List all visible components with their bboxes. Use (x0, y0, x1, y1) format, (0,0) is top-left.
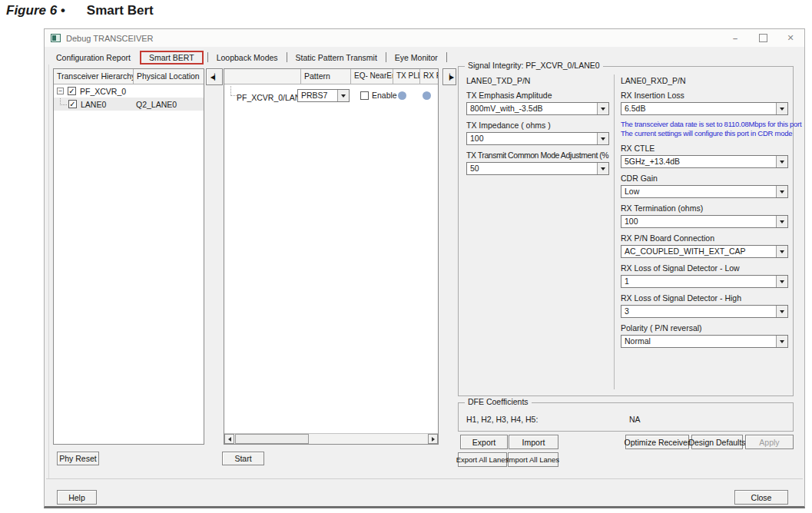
tree-row-root[interactable]: PF_XCVR_0 (54, 84, 204, 98)
chevron-down-icon (776, 336, 787, 347)
tx-impedance-select[interactable]: 100 (466, 132, 609, 145)
root-checkbox[interactable] (68, 87, 76, 95)
dropdown-value: Low (621, 186, 776, 197)
tab-loopback-modes[interactable]: Loopback Modes (210, 51, 285, 65)
phy-reset-button[interactable]: Phy Reset (57, 452, 99, 465)
rx-settings-column: LANE0_RXD_P/N RX Insertion Loss 6.5dB Th… (621, 74, 788, 348)
cdr-gain-select[interactable]: Low (621, 185, 788, 198)
dropdown-value: 100 (621, 216, 776, 227)
tree-collapse-icon[interactable] (57, 88, 64, 94)
rx-los-low-select[interactable]: 1 (621, 275, 788, 288)
dropdown-value: 50 (467, 163, 597, 174)
horizontal-scrollbar[interactable] (224, 433, 438, 444)
rx-insertion-loss-select[interactable]: 6.5dB (621, 102, 788, 115)
window-title: Debug TRANSCEIVER (66, 34, 154, 43)
tab-separator (446, 52, 447, 62)
column-header-pattern: Pattern (301, 69, 351, 84)
cdr-gain-label: CDR Gain (621, 174, 788, 183)
optimize-receiver-button[interactable]: Optimize Receiver (625, 435, 689, 449)
chevron-down-icon (776, 276, 787, 287)
column-header-rx-pll: RX PLL (420, 69, 438, 84)
import-button[interactable]: Import (509, 435, 558, 449)
tab-separator (287, 52, 287, 62)
minimize-button[interactable] (721, 29, 749, 47)
eq-enable-control[interactable]: Enable (360, 91, 397, 100)
tab-configuration-report[interactable]: Configuration Report (49, 51, 138, 65)
signal-integrity-title: Signal Integrity: PF_XCVR_0/LANE0 (465, 61, 603, 70)
design-defaults-button[interactable]: Design Defaults (691, 435, 743, 449)
expand-panel-button[interactable] (442, 68, 456, 85)
figure-number: Figure 6 • (6, 3, 65, 18)
tree-connector (60, 98, 67, 105)
figure-title: Smart Bert (87, 3, 154, 18)
chevron-down-icon (776, 306, 787, 317)
figure-caption: Figure 6 •Smart Bert (6, 3, 154, 18)
dropdown-value: Normal (621, 336, 776, 347)
tab-strip: Configuration Report Smart BERT Loopback… (49, 48, 449, 66)
chevron-down-icon (776, 103, 787, 114)
tab-separator (207, 52, 208, 62)
chevron-down-icon (597, 163, 608, 174)
tree-connector (230, 86, 237, 96)
help-button[interactable]: Help (57, 490, 97, 505)
chevron-down-icon (597, 133, 608, 144)
tx-emphasis-label: TX Emphasis Amplitude (466, 91, 609, 100)
tx-emphasis-amplitude-select[interactable]: 800mV_with_-3.5dB (466, 102, 609, 115)
maximize-button[interactable] (749, 29, 777, 47)
eq-enable-checkbox[interactable] (360, 91, 369, 100)
column-header-physical-location: Physical Location (134, 69, 204, 84)
tab-smart-bert[interactable]: Smart BERT (147, 51, 197, 64)
scrollbar-thumb[interactable] (235, 434, 309, 444)
transceiver-hierarchy-panel: Transceiver Hierarchy Physical Location … (53, 68, 204, 445)
dropdown-value: 1 (621, 276, 776, 287)
pattern-select[interactable]: PRBS7 (297, 89, 350, 102)
close-window-button[interactable] (777, 29, 804, 47)
bottom-separator (46, 478, 803, 479)
dropdown-value: 800mV_with_-3.5dB (467, 103, 597, 114)
dropdown-value: AC_COUPLED_WITH_EXT_CAP (621, 246, 776, 257)
column-header-eq-nearend: EQ- NearEnd (351, 69, 393, 84)
start-button[interactable]: Start (222, 452, 264, 465)
tx-common-mode-select[interactable]: 50 (466, 162, 609, 175)
rx-los-high-select[interactable]: 3 (621, 305, 788, 318)
tab-page-border (48, 65, 49, 478)
dropdown-value: 3 (621, 306, 776, 317)
rx-termination-label: RX Termination (ohms) (621, 204, 788, 213)
lane0-checkbox[interactable] (68, 100, 77, 108)
dfe-coefficients-label: H1, H2, H3, H4, H5: (466, 415, 538, 424)
physical-location-value: Q2_LANE0 (136, 100, 177, 109)
tab-eye-monitor[interactable]: Eye Monitor (388, 51, 445, 65)
chevron-down-icon (776, 246, 787, 257)
tree-row-label: PF_XCVR_0 (80, 87, 126, 96)
rx-ctle-select[interactable]: 5GHz_+13.4dB (621, 155, 788, 168)
chevron-down-icon (776, 156, 787, 167)
lane-row: PF_XCVR_0/LANE0 PRBS7 Enable (224, 88, 438, 104)
tx-common-mode-label: TX Transmit Common Mode Adjustment (% of… (466, 151, 609, 160)
import-all-lanes-button[interactable]: Import All Lanes (508, 452, 558, 467)
debug-transceiver-window: Debug TRANSCEIVER Configuration Report S… (44, 28, 805, 508)
export-all-lanes-button[interactable]: Export All Lanes (458, 452, 507, 467)
export-button[interactable]: Export (460, 435, 508, 449)
tab-separator (386, 52, 386, 62)
rx-termination-select[interactable]: 100 (621, 215, 788, 228)
smart-bert-highlight-annotation: Smart BERT (140, 51, 204, 65)
tx-impedance-label: TX Impedance ( ohms ) (466, 121, 609, 130)
titlebar: Debug TRANSCEIVER (45, 29, 804, 47)
scroll-right-icon[interactable] (428, 434, 438, 444)
tab-static-pattern-transmit[interactable]: Static Pattern Transmit (289, 51, 384, 65)
rx-pn-board-connection-select[interactable]: AC_COUPLED_WITH_EXT_CAP (621, 245, 788, 258)
notice-line-1: The transceiver data rate is set to 8110… (621, 120, 788, 129)
scroll-left-icon[interactable] (224, 434, 234, 444)
apply-button[interactable]: Apply (745, 435, 794, 449)
chevron-down-icon (776, 186, 787, 197)
rx-heading: LANE0_RXD_P/N (621, 76, 788, 85)
dropdown-value: 100 (467, 133, 597, 144)
collapse-panel-button[interactable] (206, 68, 223, 85)
rx-pll-status-led (423, 91, 431, 100)
column-header-transceiver-hierarchy: Transceiver Hierarchy (54, 69, 134, 84)
tx-pll-status-led (398, 91, 406, 100)
polarity-select[interactable]: Normal (621, 335, 788, 348)
close-button[interactable]: Close (734, 490, 788, 505)
tree-row-lane0[interactable]: LANE0 Q2_LANE0 (54, 98, 204, 111)
lanes-header-row: Pattern EQ- NearEnd TX PLL RX PLL (224, 69, 438, 84)
